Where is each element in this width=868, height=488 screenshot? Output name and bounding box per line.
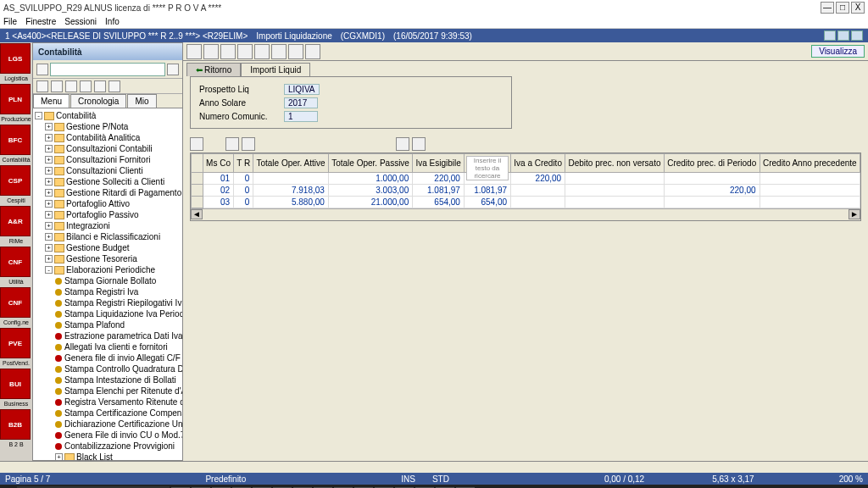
tree-go-icon[interactable]: [167, 64, 179, 75]
tree-node[interactable]: Stampa Registri Iva: [35, 286, 181, 297]
module-cnf[interactable]: CNF: [0, 247, 31, 277]
tree-node[interactable]: +Gestione P/Nota: [35, 121, 181, 132]
tree-node[interactable]: Contabilizzazione Provvigioni: [35, 441, 181, 452]
maximize-button[interactable]: □: [836, 2, 849, 14]
close-button[interactable]: X: [851, 2, 865, 14]
toolbar-icon-4[interactable]: [237, 44, 253, 59]
col-ivacr[interactable]: Iva a Credito: [511, 154, 565, 173]
tree-node[interactable]: +Gestione Solleciti a Clienti: [35, 176, 181, 187]
tree-node[interactable]: Registra Versamento Ritenute d'Acconto F…: [35, 396, 181, 408]
tree-icon-4[interactable]: [80, 80, 92, 92]
col-totatt[interactable]: Totale Oper. Attive: [253, 154, 329, 173]
tree-search-input[interactable]: [50, 63, 165, 76]
col-ms[interactable]: Ms Co: [203, 154, 234, 173]
module-bui[interactable]: BUI: [0, 369, 31, 399]
col-credanno[interactable]: Credito Anno precedente: [760, 154, 860, 173]
col-ivadov[interactable]: Iva DovutaInserire il testo da ricercare: [464, 154, 510, 173]
tree-icon-2[interactable]: [51, 80, 63, 92]
tree-node[interactable]: +Integrazioni: [35, 220, 181, 231]
module-bfc[interactable]: BFC: [0, 125, 31, 155]
tree-node[interactable]: Genera File di invio CU o Mod.770: [35, 430, 181, 441]
tree-node[interactable]: +Gestione Budget: [35, 242, 181, 253]
tree-node[interactable]: Stampa Certificazione Compensi Fornitori: [35, 408, 181, 419]
col-sel[interactable]: [192, 154, 203, 173]
filter-input[interactable]: Inserire il testo da ricercare: [466, 156, 509, 180]
menu-sessioni[interactable]: Sessioni: [64, 17, 97, 26]
module-b2b[interactable]: B2B: [0, 409, 31, 440]
visualizza-button[interactable]: Visualizza: [811, 45, 865, 58]
tree-node[interactable]: -Elaborazioni Periodiche: [35, 264, 181, 275]
table-row[interactable]: 0305.880,0021.000,00654,00654,00: [192, 197, 860, 208]
grid-hscroll[interactable]: ◄ ►: [191, 208, 860, 220]
tab-importi-liquid[interactable]: Importi Liquid: [241, 63, 310, 76]
tree-node[interactable]: Stampa Registri Riepilogativi Iva: [35, 297, 181, 308]
tree-node[interactable]: +Gestione Ritardi di Pagamento Clienti: [35, 187, 181, 198]
tree-node[interactable]: Stampa Plafond: [35, 319, 181, 330]
scroll-left-icon[interactable]: ◄: [191, 209, 203, 219]
menu-finestre[interactable]: Finestre: [25, 17, 56, 26]
toolbar-icon-5[interactable]: [254, 44, 270, 59]
tree-root[interactable]: -Contabilità: [35, 110, 181, 121]
tree-icon-6[interactable]: [108, 80, 120, 92]
tree-node[interactable]: Allegati Iva clienti e fornitori: [35, 341, 181, 352]
tree-node[interactable]: +Consultazioni Fornitori: [35, 154, 181, 165]
tree-node[interactable]: +Contabilità Analitica: [35, 132, 181, 143]
grid-tool-1[interactable]: [190, 137, 203, 151]
col-credprec[interactable]: Credito prec. di Periodo: [664, 154, 760, 173]
tree-node[interactable]: +Black List: [35, 452, 181, 460]
tree-node[interactable]: +Bilanci e Riclassificazioni: [35, 231, 181, 242]
grid-tool-export-icon[interactable]: [396, 137, 409, 151]
tree-node[interactable]: Stampa Elenchi per Ritenute d'Acconto: [35, 385, 181, 396]
module-lgs[interactable]: LGS: [0, 43, 31, 74]
scroll-right-icon[interactable]: ►: [849, 209, 860, 219]
tree-node[interactable]: Dichiarazione Certificazione Unica o Mod…: [35, 419, 181, 430]
tree-node[interactable]: Stampa Intestazione di Bollati: [35, 374, 181, 385]
tree-icon-1[interactable]: [36, 80, 48, 92]
grid-tool-play-icon[interactable]: [225, 137, 239, 151]
grid-tool-print-icon[interactable]: [412, 137, 426, 151]
tree-node[interactable]: +Portafoglio Passivo: [35, 209, 181, 220]
col-ivaes[interactable]: Iva Esigibile: [413, 154, 465, 173]
toolbar-icon-6[interactable]: [271, 44, 287, 59]
module-pve[interactable]: PVE: [0, 328, 31, 358]
toolbar-icon-8[interactable]: [305, 44, 320, 59]
toolbar-icon-1[interactable]: [186, 44, 202, 59]
tree-icon-3[interactable]: [65, 80, 77, 92]
tree-node[interactable]: Stampa Controllo Quadratura Dich. IVA: [35, 363, 181, 374]
toolbar-icon-7[interactable]: [288, 44, 303, 59]
tree-node[interactable]: Stampa Liquidazione Iva Periodica: [35, 308, 181, 319]
module-a&r[interactable]: A&R: [0, 206, 31, 236]
toolbar-icon-3[interactable]: [220, 44, 236, 59]
tree-node[interactable]: +Consultazioni Contabili: [35, 143, 181, 154]
tree-node[interactable]: +Consultazioni Clienti: [35, 165, 181, 176]
status-session: 1 <As400><RELEASE DI SVILUPPO *** R 2..9…: [5, 31, 248, 41]
tree-node[interactable]: +Gestione Tesoreria: [35, 253, 181, 264]
tree-search-icon[interactable]: [36, 64, 48, 75]
tree-icon-5[interactable]: [94, 80, 106, 92]
module-csp[interactable]: CSP: [0, 165, 31, 196]
tree-node[interactable]: Estrazione parametrica Dati Iva: [35, 330, 181, 341]
mdi-close-icon[interactable]: [851, 30, 863, 41]
module-pln[interactable]: PLN: [0, 84, 31, 114]
mdi-max-icon[interactable]: [837, 30, 849, 41]
toolbar-icon-2[interactable]: [203, 44, 219, 59]
table-row[interactable]: 0207.918,033.003,001.081,971.081,97220,0…: [192, 185, 860, 197]
menu-info[interactable]: Info: [105, 17, 120, 26]
tab-ritorno[interactable]: ⬅Ritorno: [186, 63, 241, 76]
tree-node[interactable]: Stampa Giornale Bollato: [35, 275, 181, 286]
tab-menu[interactable]: Menu: [33, 94, 70, 108]
module-label: Produzione: [0, 115, 32, 124]
tab-cronologia[interactable]: Cronologia: [70, 94, 126, 108]
table-row[interactable]: 0101.000,00220,00220,00: [192, 173, 860, 185]
minimize-button[interactable]: —: [821, 2, 834, 14]
col-totpas[interactable]: Totale Oper. Passive: [328, 154, 412, 173]
module-cnf[interactable]: CNF: [0, 287, 31, 318]
menu-file[interactable]: File: [3, 17, 17, 26]
col-tr[interactable]: T R: [234, 154, 253, 173]
tree-node[interactable]: Genera file di invio Allegati C/F: [35, 352, 181, 363]
mdi-min-icon[interactable]: [824, 30, 836, 41]
tree-node[interactable]: +Portafoglio Attivo: [35, 198, 181, 209]
grid-tool-filter-icon[interactable]: [242, 137, 255, 151]
col-debprec[interactable]: Debito prec. non versato: [565, 154, 665, 173]
tab-mio[interactable]: Mio: [127, 94, 156, 108]
